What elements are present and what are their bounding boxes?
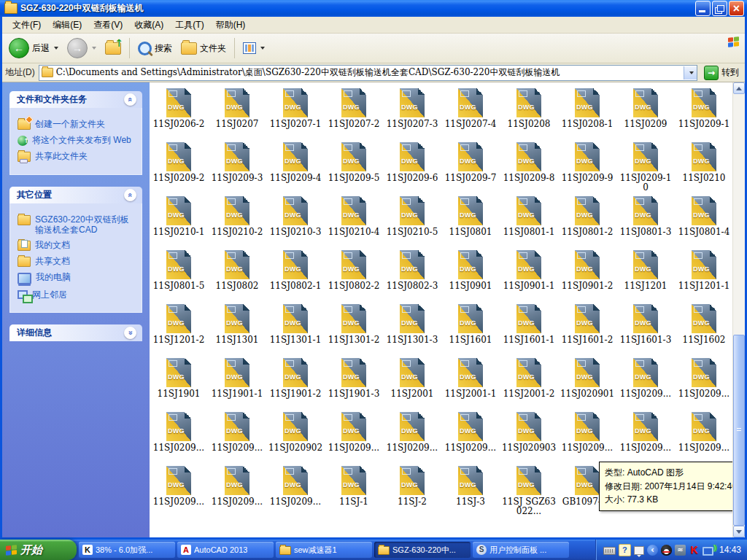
file-item[interactable]: DWG 11SJ0209-1 — [675, 88, 732, 142]
file-item[interactable]: DWG 11SJ0901-2 — [558, 250, 616, 304]
file-item[interactable]: DWG 11SJ1301 — [208, 304, 266, 358]
sidebar-item-shared-documents[interactable]: 共享文档 — [18, 256, 136, 267]
file-item[interactable]: DWG 11SJ0207-3 — [383, 88, 441, 142]
file-item[interactable]: DWG 11SJ0209... — [558, 412, 616, 466]
window-titlebar[interactable]: SGZ-630-220中双链刮板输送机 — [0, 0, 747, 17]
menu-item[interactable]: 帮助(H) — [210, 17, 252, 34]
file-item[interactable]: DWG 11SJ1601 — [441, 304, 500, 358]
file-item[interactable]: DWG 11SJ1601-1 — [500, 304, 558, 358]
file-item[interactable]: DWG 11SJ0801-3 — [616, 196, 675, 250]
file-item[interactable]: DWG 11SJ0209... — [208, 412, 266, 466]
ime-icon[interactable] — [675, 545, 686, 556]
file-item[interactable]: DWG 11SJ0209-2 — [150, 142, 208, 196]
file-item[interactable]: DWG 11SJ0210-1 — [150, 196, 208, 250]
scrollbar-track[interactable] — [733, 94, 745, 526]
file-item[interactable]: DWG 11SJ1201-1 — [675, 250, 732, 304]
file-item[interactable]: DWG 11SJ1301-3 — [383, 304, 441, 358]
file-item[interactable]: DWG 11SJ020903 — [500, 412, 558, 466]
sidebar-item-parent-folder[interactable]: SGZ630-220中双链刮板输送机全套CAD — [18, 214, 136, 235]
file-item[interactable]: DWG 11SJ1601-2 — [558, 304, 616, 358]
menu-item[interactable]: 查看(V) — [88, 17, 128, 34]
network-icon[interactable] — [703, 547, 713, 556]
file-item[interactable]: DWG 11SJ0801-4 — [675, 196, 732, 250]
collapse-button[interactable]: « — [124, 189, 136, 201]
file-item[interactable]: DWG 11SJ0209-8 — [500, 142, 558, 196]
file-item[interactable]: DWG 11SJ0209... — [441, 412, 500, 466]
address-path[interactable]: C:\Documents and Settings\Administrator\… — [56, 66, 681, 79]
start-button[interactable]: 开始 — [0, 540, 77, 560]
file-item[interactable]: DWG 11SJ0209... — [208, 466, 266, 520]
file-item[interactable]: DWG 11SJ1201-2 — [150, 304, 208, 358]
file-item[interactable]: DWG 11SJ0207-2 — [325, 88, 383, 142]
tray-clock[interactable]: 14:43 — [719, 545, 741, 555]
hide-icons-chevron[interactable] — [647, 545, 658, 556]
folders-button[interactable]: 文件夹 — [177, 40, 230, 57]
file-item[interactable]: DWG 11SJ1901-3 — [325, 358, 383, 412]
scrollbar-thumb[interactable] — [733, 335, 745, 526]
forward-button[interactable]: → — [63, 36, 100, 61]
menu-item[interactable]: 编辑(E) — [47, 17, 88, 34]
go-button[interactable]: → 转到 — [701, 65, 742, 81]
sidebar-link[interactable]: 共享文档 — [35, 256, 70, 266]
menu-item[interactable]: 文件(F) — [7, 17, 47, 34]
taskbar-task[interactable]: SGZ-630-220中... — [374, 542, 471, 558]
file-item[interactable]: DWG 11SJ0208 — [500, 88, 558, 142]
language-bar-icon[interactable] — [634, 546, 644, 555]
menu-item[interactable]: 工具(T) — [169, 17, 209, 34]
sidebar-item-share-folder[interactable]: 共享此文件夹 — [18, 151, 136, 162]
file-item[interactable]: DWG 11SJ0801-5 — [150, 250, 208, 304]
file-item[interactable]: DWG 11SJ0209... — [675, 412, 732, 466]
forward-dropdown-icon[interactable] — [92, 47, 96, 50]
scroll-down-button[interactable] — [733, 526, 745, 537]
file-item[interactable]: DWG 11SJ0209... — [325, 412, 383, 466]
back-dropdown-icon[interactable] — [54, 47, 58, 50]
taskbar-task[interactable]: 38% - 6.0加强... — [79, 542, 175, 558]
views-dropdown-icon[interactable] — [260, 47, 265, 50]
file-item[interactable]: DWG 11SJ-2 — [383, 466, 441, 520]
file-item[interactable]: DWG 11SJ020901 — [558, 358, 616, 412]
file-item[interactable]: DWG 11SJ1901-1 — [208, 358, 266, 412]
kaspersky-icon[interactable] — [689, 545, 700, 556]
help-icon[interactable] — [619, 544, 631, 556]
file-item[interactable]: DWG 11SJ0208-1 — [558, 88, 616, 142]
file-item[interactable]: DWG 11SJ0209... — [383, 412, 441, 466]
file-item[interactable]: DWG 11SJ0209-3 — [208, 142, 266, 196]
file-item[interactable]: DWG 11SJ0210-3 — [266, 196, 325, 250]
menu-item[interactable]: 收藏(A) — [128, 17, 169, 34]
file-item[interactable]: DWG 11SJ1301-1 — [266, 304, 325, 358]
file-item[interactable]: DWG 11SJ2001-1 — [441, 358, 500, 412]
file-item[interactable]: DWG 11SJ0210-5 — [383, 196, 441, 250]
scroll-up-button[interactable] — [733, 82, 745, 94]
file-item[interactable]: DWG 11SJ0209... — [266, 466, 325, 520]
file-item[interactable]: DWG 11SJ0209-10 — [616, 142, 675, 196]
file-item[interactable]: DWG 11SJ0209... — [675, 358, 732, 412]
file-item[interactable]: DWG 11SJ1901-2 — [266, 358, 325, 412]
file-item[interactable]: DWG 11SJ0802 — [208, 250, 266, 304]
keyboard-icon[interactable] — [603, 547, 616, 555]
file-item[interactable]: DWG 11SJ0207-1 — [266, 88, 325, 142]
file-item[interactable]: DWG 11SJ0209-4 — [266, 142, 325, 196]
file-item[interactable]: DWG 11SJ0210 — [675, 142, 732, 196]
file-item[interactable]: DWG 11SJ0209-6 — [383, 142, 441, 196]
file-item[interactable]: DWG 11SJ0209 — [616, 88, 675, 142]
sidebar-item-network-places[interactable]: 网上邻居 — [18, 289, 136, 300]
file-item[interactable]: DWG 11SJ0207 — [208, 88, 266, 142]
file-item[interactable]: DWG 11SJ0210-4 — [325, 196, 383, 250]
taskbar-task[interactable]: sew减速器1 — [276, 542, 372, 558]
expand-button[interactable]: « — [124, 327, 136, 339]
file-item[interactable]: DWG 11SJ0801-1 — [500, 196, 558, 250]
file-item[interactable]: DWG 11SJ1602 — [675, 304, 732, 358]
restore-button[interactable] — [712, 1, 727, 16]
close-button[interactable] — [729, 1, 744, 16]
file-list-area[interactable]: DWG 11SJ0206-2 DWG 11SJ0207 — [150, 82, 732, 537]
file-item[interactable]: DWG 11SJ0901 — [441, 250, 500, 304]
sidebar-item-publish-web[interactable]: 将这个文件夹发布到 Web — [18, 135, 136, 146]
panel-details-header[interactable]: 详细信息 « — [9, 324, 142, 341]
file-item[interactable]: DWG 11SJ2001-2 — [500, 358, 558, 412]
file-item[interactable]: DWG 11SJ0209-7 — [441, 142, 500, 196]
sidebar-link[interactable]: 我的文档 — [35, 240, 70, 250]
file-item[interactable]: DWG 11SJ0210-2 — [208, 196, 266, 250]
collapse-button[interactable]: « — [124, 93, 136, 106]
file-item[interactable]: DWG 11SJ0206-2 — [150, 88, 208, 142]
file-item[interactable]: DWG 11SJ1201 — [616, 250, 675, 304]
